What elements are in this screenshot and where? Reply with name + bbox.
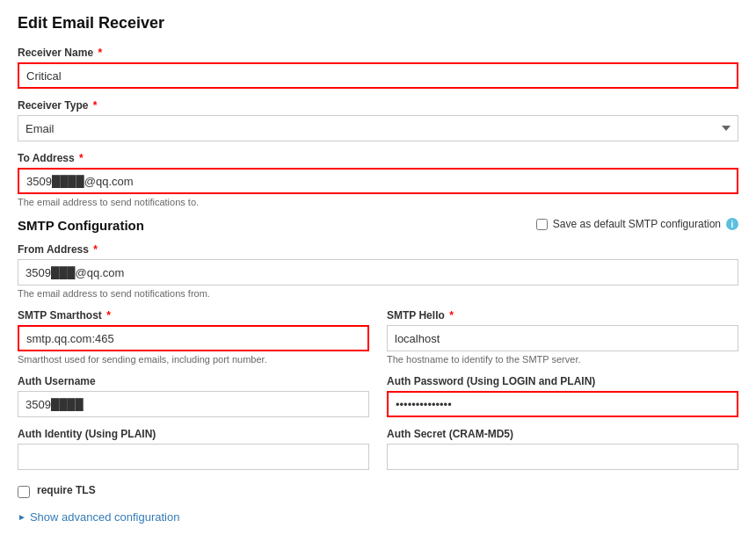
auth-secret-group: Auth Secret (CRAM-MD5) — [387, 428, 738, 470]
smtp-section-title: SMTP Configuration — [18, 218, 144, 233]
from-address-hint: The email address to send notifications … — [18, 288, 738, 299]
smtp-hello-col: SMTP Hello * The hostname to identify to… — [387, 309, 738, 375]
auth-password-col: Auth Password (Using LOGIN and PLAIN) — [387, 375, 738, 428]
auth-identity-group: Auth Identity (Using PLAIN) — [18, 428, 369, 470]
auth-password-label: Auth Password (Using LOGIN and PLAIN) — [387, 375, 738, 387]
receiver-type-select[interactable]: Email Slack PagerDuty Webhook — [18, 115, 738, 141]
to-address-label: To Address * — [18, 152, 738, 164]
auth-secret-col: Auth Secret (CRAM-MD5) — [387, 428, 738, 481]
smtp-hello-label: SMTP Hello * — [387, 309, 738, 322]
auth-username-input[interactable] — [18, 391, 369, 417]
receiver-name-group: Receiver Name * — [18, 47, 738, 89]
smtp-hello-hint: The hostname to identify to the SMTP ser… — [387, 354, 738, 365]
auth-username-group: Auth Username — [18, 375, 369, 417]
require-tls-checkbox[interactable] — [18, 486, 30, 498]
receiver-name-input[interactable] — [18, 62, 738, 89]
auth-identity-secret-row: Auth Identity (Using PLAIN) Auth Secret … — [18, 428, 738, 481]
smtp-smarthost-col: SMTP Smarthost * Smarthost used for send… — [18, 309, 369, 375]
auth-row: Auth Username Auth Password (Using LOGIN… — [18, 375, 738, 428]
show-advanced-toggle[interactable]: ► Show advanced configuration — [18, 510, 738, 524]
smtp-smarthost-hello-row: SMTP Smarthost * Smarthost used for send… — [18, 309, 738, 375]
to-address-hint: The email address to send notifications … — [18, 197, 738, 207]
smtp-header: SMTP Configuration Save as default SMTP … — [18, 218, 738, 233]
smtp-smarthost-input[interactable] — [18, 325, 369, 351]
smtp-hello-group: SMTP Hello * The hostname to identify to… — [387, 309, 738, 365]
receiver-name-label: Receiver Name * — [18, 47, 738, 59]
save-as-default-label: Save as default SMTP configuration — [553, 218, 721, 230]
page-title: Edit Email Receiver — [18, 14, 738, 33]
smtp-hello-input[interactable] — [387, 325, 738, 351]
auth-password-group: Auth Password (Using LOGIN and PLAIN) — [387, 375, 738, 417]
auth-secret-label: Auth Secret (CRAM-MD5) — [387, 428, 738, 440]
from-address-group: From Address * The email address to send… — [18, 243, 738, 299]
to-address-input[interactable] — [18, 168, 738, 194]
require-tls-label: require TLS — [37, 484, 96, 496]
smtp-smarthost-hint: Smarthost used for sending emails, inclu… — [18, 354, 369, 365]
auth-identity-input[interactable] — [18, 444, 369, 470]
to-address-group: To Address * The email address to send n… — [18, 152, 738, 207]
auth-secret-input[interactable] — [387, 444, 738, 470]
receiver-type-label: Receiver Type * — [18, 99, 738, 112]
smtp-smarthost-group: SMTP Smarthost * Smarthost used for send… — [18, 309, 369, 365]
auth-username-col: Auth Username — [18, 375, 369, 428]
chevron-right-icon: ► — [18, 512, 26, 522]
require-tls-row: require TLS — [18, 484, 738, 500]
auth-identity-label: Auth Identity (Using PLAIN) — [18, 428, 369, 440]
auth-identity-col: Auth Identity (Using PLAIN) — [18, 428, 369, 481]
from-address-input[interactable] — [18, 259, 738, 286]
info-icon[interactable]: i — [726, 218, 738, 230]
smtp-smarthost-label: SMTP Smarthost * — [18, 309, 369, 322]
auth-username-label: Auth Username — [18, 375, 369, 387]
auth-password-input[interactable] — [387, 391, 738, 417]
save-as-default-checkbox[interactable] — [536, 219, 548, 230]
smtp-default-row: Save as default SMTP configuration i — [536, 218, 738, 230]
receiver-type-group: Receiver Type * Email Slack PagerDuty We… — [18, 99, 738, 141]
show-advanced-label: Show advanced configuration — [30, 510, 180, 524]
from-address-label: From Address * — [18, 243, 738, 256]
